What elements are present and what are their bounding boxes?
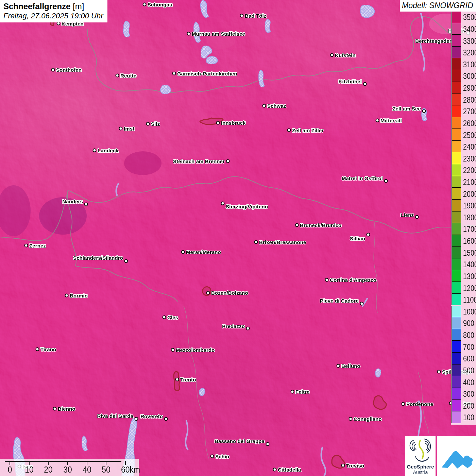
colorbar-tick-label: 1600: [463, 236, 475, 246]
geosphere-austria-logo: GeoSphere Austria: [405, 436, 436, 476]
city-dot: [402, 402, 405, 406]
city-dot: [221, 202, 225, 205]
colorbar-segment: [452, 317, 461, 329]
city-label: Brixen/Bressanone: [259, 239, 306, 245]
geosphere-logo-icon: [405, 436, 436, 463]
city-label: Pordenone: [406, 401, 433, 407]
scalebar-tick-label: 40: [83, 464, 91, 475]
city-label: Trento: [180, 377, 196, 382]
city-dot: [163, 316, 166, 319]
city-dot: [119, 127, 123, 131]
colorbar-segment: [452, 11, 461, 23]
city-dot: [84, 203, 88, 206]
city-dot: [295, 223, 299, 227]
city-label: Schongau: [148, 2, 172, 7]
city-label: Bad Tölz: [245, 13, 266, 19]
colorbar-tick-label: 3300: [463, 36, 475, 46]
colorbar-tick-label: 1200: [463, 284, 475, 293]
page-title: Schneefallgrenze [m]: [3, 1, 103, 11]
model-label: Modell: SNOWGRID: [400, 0, 476, 12]
colorbar: 3500340033003200310030002900280027002600…: [451, 11, 476, 425]
city-label: Bassano del Grappa: [215, 438, 265, 444]
city-dot: [415, 215, 419, 219]
colorbar-tick-label: 1500: [463, 248, 475, 258]
mountain-logo-icon: [437, 436, 476, 476]
city-label: Schwaz: [267, 103, 286, 109]
colorbar-tick-label: 3000: [463, 71, 475, 81]
city-dot: [240, 14, 244, 18]
city-dot: [246, 327, 250, 330]
colorbar-tick-label: 1100: [463, 295, 475, 305]
geosphere-logo-line2: Austria: [405, 470, 436, 475]
city-dot: [146, 122, 150, 126]
colorbar-tick-label: 2200: [463, 166, 475, 175]
colorbar-tick-label: 3400: [463, 24, 475, 34]
city-dot: [164, 417, 168, 421]
colorbar-segment: [452, 164, 461, 176]
colorbar-tick-label: 1000: [463, 307, 475, 317]
colorbar-segment: [452, 400, 461, 411]
scalebar-tick-label: 60km: [121, 464, 140, 475]
colorbar-tick-label: 2000: [463, 189, 475, 199]
scalebar-tick-label: 30: [63, 464, 72, 475]
city-label: Sonthofen: [56, 67, 82, 73]
colorbar-segment: [452, 188, 461, 200]
city-label: Schlanders/Silandro: [73, 255, 123, 261]
colorbar-tick-label: 2100: [463, 177, 475, 187]
title-unit: [m]: [73, 2, 84, 11]
colorbar-tick-label: 2900: [463, 83, 475, 93]
city-dot: [254, 240, 258, 244]
city-dot: [422, 109, 426, 113]
title-box: Schneefallgrenze [m] Freitag, 27.06.2025…: [0, 0, 107, 22]
city-label: Riva del Garda: [97, 413, 133, 419]
city-dot: [143, 3, 147, 6]
city-label: Nauders: [62, 199, 83, 204]
city-label: Conegliano: [354, 416, 382, 422]
city-label: Sterzing/Vipiteno: [226, 204, 268, 209]
colorbar-segment: [452, 47, 461, 58]
colorbar-segment: [452, 58, 461, 70]
city-label: Cles: [167, 314, 178, 320]
city-label: Kitzbühel: [339, 79, 362, 84]
city-dot: [181, 250, 185, 254]
colorbar-tick-label: 3500: [463, 13, 475, 22]
city-dot: [367, 233, 370, 237]
mountain-logo: [437, 436, 476, 476]
colorbar-tick-label: 300: [463, 389, 475, 399]
city-label: Treviso: [346, 463, 364, 469]
colorbar-tick-label: 800: [463, 330, 475, 340]
colorbar-tick-label: 1300: [463, 272, 475, 281]
city-dot: [226, 159, 230, 163]
city-dot: [330, 53, 334, 57]
title-datetime: Freitag, 27.06.2025 19:00 Uhr: [3, 11, 103, 20]
city-label: Murnau am Staffelsee: [192, 31, 245, 37]
city-dot: [349, 417, 353, 421]
city-label: Bozen/Bolzano: [211, 290, 248, 296]
colorbar-tick-label: 3100: [463, 60, 475, 69]
city-label: Bruneck/Brunico: [300, 222, 341, 228]
scalebar-tick-label: 50: [102, 464, 110, 475]
city-label: Innsbruck: [221, 120, 246, 126]
city-label: Zernez: [29, 243, 46, 249]
city-dot: [384, 179, 388, 183]
city-label: Silz: [151, 121, 160, 127]
city-dot: [376, 119, 379, 122]
city-layer: SchongauBad TölzKemptenMurnau am Staffel…: [0, 0, 476, 476]
colorbar-tick-label: 2300: [463, 154, 475, 164]
city-label: Mezzolombardo: [176, 347, 215, 353]
city-dot: [65, 294, 69, 298]
colorbar-tick-label: 200: [463, 401, 475, 411]
city-label: Kufstein: [335, 52, 356, 58]
city-label: Belluno: [341, 363, 360, 369]
city-label: Bormio: [70, 293, 88, 299]
colorbar-segment: [452, 306, 461, 318]
city-dot: [206, 291, 210, 295]
city-dot: [24, 244, 28, 248]
colorbar-tick-label: 600: [463, 354, 475, 363]
colorbar-segment: [452, 364, 461, 376]
city-label: Rovereto: [140, 413, 163, 419]
city-label: Bienno: [58, 406, 75, 412]
city-dot: [210, 455, 214, 458]
city-dot: [363, 82, 367, 86]
city-dot: [36, 347, 39, 351]
